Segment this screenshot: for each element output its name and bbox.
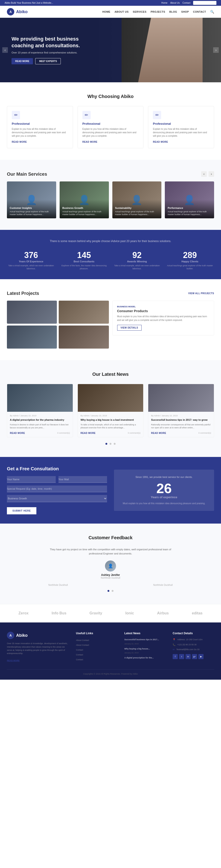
partner-gravity: Gravity [89,611,102,615]
why-card-2-link[interactable]: Read More [82,141,98,143]
footer-contact-title: Contact Details [173,632,214,635]
feedback-dot-2[interactable] [112,590,113,592]
projects-view-all[interactable]: View All Projects [188,292,214,294]
news-card-1-read-more[interactable]: Read More [10,432,25,434]
footer-news-2-title: Why buying a big house... [124,647,166,650]
footer-logo-text: Abiko [16,633,28,638]
stat-clients-desc: Actual teachings great explorer of the t… [166,264,214,270]
services-nav: ‹ › [201,171,214,177]
topbar-home[interactable]: Home [161,2,168,4]
form-submit-button[interactable]: Submit Here [7,507,36,514]
news-card-3-body: By Admin / January 10, 2019 Successfull … [148,412,214,437]
footer-link-3[interactable]: Contact [76,649,83,651]
logo-icon: A [7,8,14,16]
services-next-button[interactable]: › [209,171,214,177]
news-card-3-desc: Rationally encounter consequences all th… [151,423,211,430]
service-card-2: 👤 Business Growth Actual teachings great… [60,181,109,218]
nav-services[interactable]: Services [133,10,146,13]
youtube-icon[interactable]: ▶ [198,654,204,659]
footer-contact-phone: 📞 +121 (0) 80 23 55 30 [173,643,214,646]
news-card-2: By Admin / January 10, 2019 Why buying a… [78,384,144,437]
logo: A Abiko [7,8,28,16]
stat-awards-label: Awards Winning [113,260,161,263]
news-grid: By Admin / January 10, 2019 A digital pr… [7,384,214,437]
services-prev-button[interactable]: ‹ [201,171,207,177]
service-card-2-desc: Actual teachings great explorer of the t… [62,210,106,216]
linkedin-icon[interactable]: in [186,654,191,659]
footer-link-4[interactable]: Contact [76,654,83,656]
news-dots [7,442,214,445]
why-card-1: ✏ Professional Explain to you how all th… [7,106,73,148]
list-item: About Contact [76,643,117,646]
form-top-row [7,476,107,486]
news-dot-active[interactable] [105,443,107,445]
news-card-2-image [78,384,143,412]
footer-link-2[interactable]: About Contact [76,644,89,646]
footer-useful-links: Usefull Links About Contact About Contac… [76,632,117,662]
nav-about[interactable]: About Us [114,10,128,13]
news-card-3-read-more[interactable]: Read More [151,432,166,434]
service-card-1-desc: Actual teachings great explorer of the t… [10,210,53,216]
news-card-3: By Admin / January 10, 2019 Successfull … [148,384,214,437]
footer-news-3-title: A digital prescription for the... [124,656,166,659]
consultation-since-text: Since 1991, we provide best service for … [119,475,209,479]
service-card-1: 👤 Customer Insights Actual teachings gre… [7,181,56,218]
why-section: Why Choosing Abiko ✏ Professional Explai… [0,82,221,160]
search-icon[interactable]: 🔍 [210,10,214,13]
topbar-cta[interactable]: Free Consultation [193,1,216,5]
service-card-1-overlay: Customer Insights Actual teachings great… [7,200,56,218]
project-tag: Business Model [117,306,210,308]
feedback-author-role: Northhole Duckhull [48,577,173,579]
logo-text: Abiko [16,9,28,14]
stat-experience-number: 376 [7,250,55,260]
topbar: Abiko Build Your Business Not Just a Web… [0,0,221,6]
footer-news-1: Successfull business tips in 2017... Jan… [124,638,166,645]
partner-infobus: Info Bus [51,611,66,615]
facebook-icon[interactable]: f [173,654,178,659]
news-card-2-read-more[interactable]: Read More [81,432,96,434]
googleplus-icon[interactable]: g+ [192,654,197,659]
news-card-1-footer: Read More 0 comment(s) [10,432,70,434]
project-view-details-button[interactable]: View Details [117,325,142,331]
form-message-input[interactable] [7,486,107,492]
footer-bottom: Copyrights © 2019 All Rights Researves. … [7,669,214,675]
services-header: Our Main Services ‹ › [7,171,214,177]
service-card-4-title: Performance [168,207,211,209]
partner-zerox: Zerox [19,611,29,615]
twitter-icon[interactable]: t [179,654,184,659]
footer-read-more[interactable]: Read More [7,659,20,662]
topbar-promo: Abiko Build Your Business Not Just a Web… [5,2,53,4]
topbar-about[interactable]: About Us [170,2,180,4]
services-section: Our Main Services ‹ › 👤 Customer Insight… [0,160,221,230]
news-dot-3[interactable] [114,443,116,445]
topbar-right: Home About Us Contact Free Consultation [161,1,216,5]
news-card-2-body: By Admin / January 10, 2019 Why buying a… [78,412,143,437]
hero-read-more-button[interactable]: Read More [11,58,33,64]
feedback-text: They have got my project on time with th… [48,547,173,556]
stat-awards-desc: Take a trivial example, which we even un… [113,264,161,270]
news-dot-2[interactable] [110,443,111,445]
hero-next-button[interactable]: › [213,47,219,53]
footer-link-1[interactable]: About Contact [76,639,89,641]
nav-home[interactable]: Home [102,10,110,13]
form-name-input[interactable] [7,476,56,483]
why-card-1-link[interactable]: Read More [12,141,27,143]
footer-logo: A Abiko [7,632,69,639]
why-card-3-link[interactable]: Read More [153,141,168,143]
partner-ionic: Ionic [125,611,134,615]
project-thumb-2 [59,301,109,324]
form-category-select[interactable]: Business Growth [7,495,107,502]
consultation-right-panel: Since 1991, we provide best service for … [114,470,214,511]
footer-link-5[interactable]: Contact [76,658,83,661]
hero-prev-button[interactable]: ‹ [2,47,8,53]
nav-contact[interactable]: Contact [193,10,206,13]
nav-projects[interactable]: Projects [151,10,165,13]
feedback-dot-active[interactable] [108,590,109,592]
topbar-contact[interactable]: Contact [183,2,190,4]
nav-shop[interactable]: Shop [181,10,189,13]
footer-contact-address: 📍 Address: 15 Old Court USA [173,638,214,641]
hero-meet-experts-button[interactable]: Meet Experts [35,58,61,64]
nav-blog[interactable]: Blog [170,10,177,13]
footer-links-list: About Contact About Contact Contact Cont… [76,638,117,661]
form-email-input[interactable] [59,476,107,483]
